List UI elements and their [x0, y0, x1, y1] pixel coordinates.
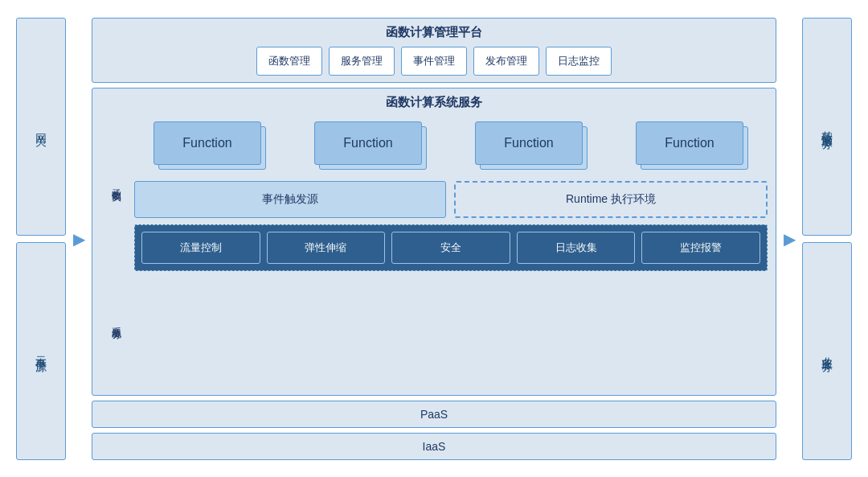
function-card-1: Function: [314, 121, 427, 170]
service-4: 监控报警: [641, 232, 760, 264]
mgmt-box-4: 日志监控: [546, 47, 612, 76]
sys-section: 函数计算系统服务 函数实例 系统服务: [92, 88, 776, 396]
middle-row: 事件触发源 Runtime 执行环境: [134, 181, 768, 218]
sys-title: 函数计算系统服务: [100, 95, 768, 110]
gateway-box: 网关: [16, 18, 66, 236]
mgmt-box-0: 函数管理: [256, 47, 322, 76]
paas-box: PaaS: [92, 401, 776, 428]
runtime-box: Runtime 执行环境: [454, 181, 768, 218]
right-column: 基础技术服务 业务服务: [802, 18, 852, 460]
mgmt-box-1: 服务管理: [329, 47, 395, 76]
biz-service-box: 业务服务: [802, 242, 852, 460]
function-card-front-1: Function: [314, 121, 422, 165]
function-row: Function Function Function: [134, 117, 768, 175]
mgmt-title: 函数计算管理平台: [100, 25, 768, 40]
function-card-0: Function: [154, 121, 266, 170]
arrow-right-out-icon: ▶: [784, 229, 796, 249]
label-services-wrapper: 系统服务: [100, 254, 131, 389]
event-trigger-box: 事件触发源: [134, 181, 446, 218]
label-instances: 函数实例: [109, 182, 123, 185]
arrow-right-icon: ▶: [73, 229, 85, 249]
service-2: 安全: [391, 232, 510, 264]
center-column: 函数计算管理平台 函数管理 服务管理 事件管理 发布管理 日志监控 函数计算系统…: [92, 18, 776, 460]
arrow-in-wrapper: ▶: [71, 18, 87, 460]
service-3: 日志收集: [517, 232, 636, 264]
arrow-out-wrapper: ▶: [781, 18, 797, 460]
service-1: 弹性伸缩: [267, 232, 386, 264]
function-card-2: Function: [475, 121, 588, 170]
mgmt-box-3: 发布管理: [473, 47, 539, 76]
iaas-box: IaaS: [92, 433, 776, 460]
service-0: 流量控制: [141, 232, 260, 264]
bottom-services: 流量控制 弹性伸缩 安全 日志收集 监控报警: [134, 224, 768, 271]
basic-tech-box: 基础技术服务: [802, 18, 852, 236]
label-instances-wrapper: 函数实例: [100, 117, 131, 251]
function-card-3: Function: [636, 121, 748, 170]
mgmt-box-2: 事件管理: [401, 47, 467, 76]
function-card-front-3: Function: [636, 121, 743, 165]
mgmt-boxes-row: 函数管理 服务管理 事件管理 发布管理 日志监控: [100, 47, 768, 76]
mgmt-platform-section: 函数计算管理平台 函数管理 服务管理 事件管理 发布管理 日志监控: [92, 18, 776, 83]
sys-labels-col: 函数实例 系统服务: [100, 117, 134, 389]
function-card-front-2: Function: [475, 121, 583, 165]
sys-content: Function Function Function: [134, 117, 768, 389]
label-services: 系统服务: [109, 319, 123, 323]
page-root: 网关 云事件源 ▶ 函数计算管理平台 函数管理 服务管理 事件管理 发布管理 日…: [8, 10, 860, 468]
left-column: 网关 云事件源: [16, 18, 66, 460]
services-row: 流量控制 弹性伸缩 安全 日志收集 监控报警: [141, 232, 760, 264]
cloud-event-box: 云事件源: [16, 242, 66, 460]
sys-inner: 函数实例 系统服务 Function: [100, 117, 768, 389]
function-card-front-0: Function: [154, 121, 261, 165]
